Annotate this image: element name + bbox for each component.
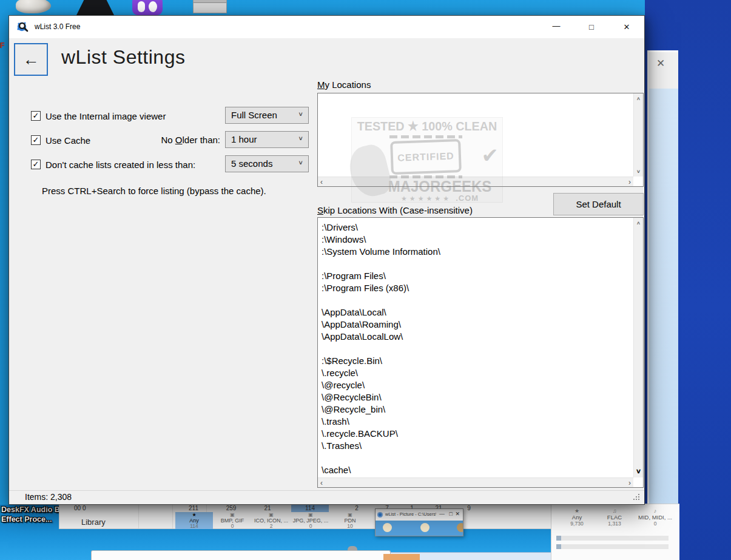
purple-app-icon[interactable] [132,0,163,15]
cache-age-value: 1 hour [231,134,257,144]
music-note-icon: ♫ [598,508,632,514]
wlist-app-icon [17,21,29,35]
background-music-panel: ★ Any 9,730 ♫ FLAC 1,313 ♪ MID, MIDI, ..… [551,504,679,560]
stars-row: ★★★★★★ [401,195,451,202]
picture-window-titlebar[interactable]: wList - Picture - C:\Users\piotr\Picture… [376,509,463,521]
close-icon[interactable]: ✕ [656,57,665,70]
picture-preview [376,521,463,536]
scroll-down-icon[interactable]: ∨ [634,468,643,475]
status-bar: Items: 2,308 [9,490,644,504]
background-picture-window[interactable]: wList - Picture - C:\Users\piotr\Picture… [375,508,463,536]
close-icon[interactable]: ✕ [455,511,460,517]
dark-app-icon[interactable] [76,0,114,15]
filetype-filter-pdn[interactable]: ▣ PDN 10 [331,512,369,529]
titlebar[interactable]: wList 3.0 Free — □ ✕ [9,16,644,38]
music-note-icon: ♪ [633,508,678,514]
wlist-settings-window: wList 3.0 Free — □ ✕ ← wList Settings ✓ … [8,15,645,505]
filetype-filter-midi[interactable]: ♪ MID, MIDI, ... 0 [633,508,678,527]
back-button[interactable]: ← [14,43,48,76]
chevron-down-icon: ∨ [298,135,303,141]
close-button[interactable]: ✕ [609,16,644,38]
viewer-mode-value: Full Screen [231,110,277,120]
use-internal-viewer-label: Use the Internal image viewer [45,111,166,121]
dont-cache-label: Don't cache lists created in less than: [45,160,195,170]
skip-locations-label: Skip Locations With (Case-insensitive) [317,205,473,215]
scroll-right-icon[interactable]: › [628,479,631,487]
filter-count-selected: 114 [291,504,329,512]
crumpled-paper-icon[interactable] [16,0,51,13]
library-label[interactable]: Library [81,518,106,527]
chevron-down-icon: ∨ [298,159,303,166]
scroll-left-icon[interactable]: ‹ [320,178,323,186]
skip-locations-textbox[interactable]: :\Drivers\ :\Windows\ :\System Volume In… [317,217,644,488]
desktop: ✕ F DeskFX Audio B Effect Proce... 00 0 … [0,0,731,560]
horizontal-scrollbar[interactable]: ‹ › [318,177,633,186]
vertical-scrollbar[interactable]: ∧ ∨ [633,218,643,477]
image-icon: ▣ [213,512,252,518]
filetype-filter-bmp[interactable]: ▣ BMP, GIF 0 [213,512,252,529]
filter-count: 2 [345,504,369,512]
scroll-up-icon[interactable]: ∧ [634,220,643,226]
wlist-app-icon [377,512,383,518]
bottom-window-edge-orange [383,554,420,560]
filetype-filter-any[interactable]: ★ Any 114 [175,512,213,529]
page-title: wList Settings [61,46,185,69]
filetype-filter-flac[interactable]: ♫ FLAC 1,313 [598,508,632,527]
cache-hint-text: Press CTRL+Search to force listing (bypa… [42,186,266,196]
image-icon: ▣ [252,512,291,518]
minimize-icon[interactable]: — [439,511,445,517]
bottom-window-edge [91,550,391,560]
filter-count: 211 [177,504,211,512]
my-locations-label: My Locations [317,79,371,90]
filetype-filter-ico[interactable]: ▣ ICO, ICON, ... 2 [252,512,291,529]
scroll-down-icon[interactable]: ∨ [634,169,643,174]
viewer-mode-dropdown[interactable]: Full Screen ∨ [225,107,309,124]
maximize-button[interactable]: □ [574,16,609,38]
filter-count: 21 [252,504,283,512]
filter-count: 259 [214,504,248,512]
minimize-button[interactable]: — [539,16,574,38]
use-cache-checkbox[interactable]: ✓ [31,135,41,145]
file-list-row [556,536,669,541]
window-app-icon[interactable] [193,0,227,13]
no-older-than-label: No Older than: [124,135,220,145]
back-arrow-icon: ← [23,50,39,69]
min-list-time-value: 5 seconds [231,158,272,169]
background-side-panel: ✕ [647,50,678,534]
scroll-left-icon[interactable]: ‹ [320,479,323,487]
file-list-row [556,544,669,549]
dont-cache-checkbox[interactable]: ✓ [31,160,41,169]
scroll-right-icon[interactable]: › [628,178,631,186]
image-icon: ▣ [331,512,369,518]
library-counter: 00 0 [74,505,86,511]
filetype-filter-any-audio[interactable]: ★ Any 9,730 [560,508,594,527]
picture-window-title: wList - Picture - C:\Users\piotr\Picture… [385,511,436,517]
min-list-time-dropdown[interactable]: 5 seconds ∨ [225,155,309,172]
window-title: wList 3.0 Free [35,16,80,38]
desktop-icon-label[interactable]: Effect Proce... [1,515,52,524]
scroll-up-icon[interactable]: ∧ [634,96,643,101]
horizontal-scrollbar[interactable]: ‹ › [318,477,633,487]
resize-grip[interactable] [633,494,641,501]
star-icon: ★ [560,508,594,514]
use-internal-viewer-checkbox[interactable]: ✓ [31,111,41,121]
skip-locations-content[interactable]: :\Drivers\ :\Windows\ :\System Volume In… [318,218,633,477]
vertical-scrollbar[interactable]: ∧ ∨ [633,93,643,177]
filetype-filter-jpg[interactable]: ▣ JPG, JPEG, ... 0 [291,512,331,529]
chevron-down-icon: ∨ [298,110,303,117]
cache-age-dropdown[interactable]: 1 hour ∨ [225,131,309,148]
desktop-icon-label[interactable]: DeskFX Audio B [1,505,60,514]
star-icon: ★ [175,512,213,518]
set-default-button[interactable]: Set Default [553,193,644,215]
maximize-icon[interactable]: □ [450,511,453,517]
image-icon: ▣ [291,512,331,518]
use-cache-label: Use Cache [45,135,90,146]
my-locations-listbox[interactable]: ∧ ∨ ‹ › [317,93,644,187]
desktop-label-fragment: F [0,41,4,50]
items-count: Items: 2,308 [25,492,72,502]
